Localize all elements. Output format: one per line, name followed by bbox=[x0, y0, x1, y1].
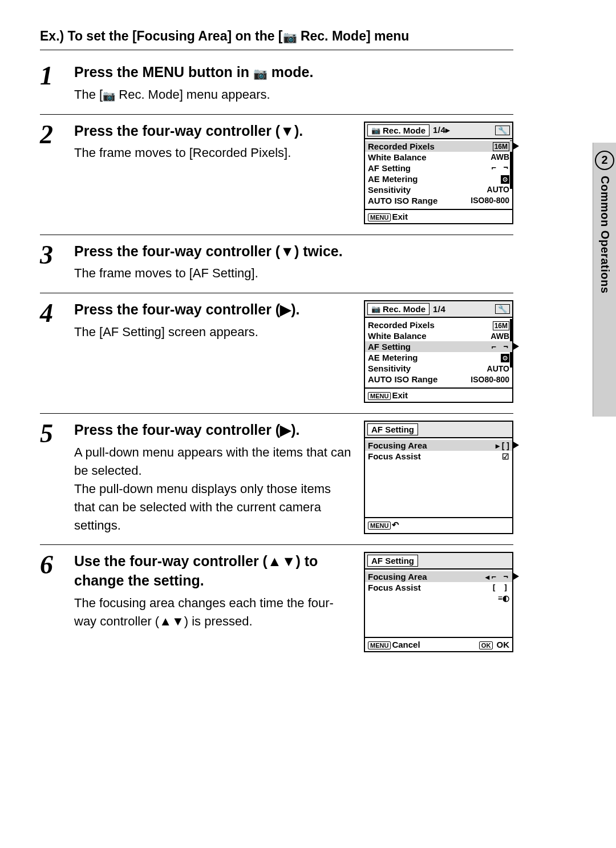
step-5: 5 Press the four-way controller (▶). A p… bbox=[40, 414, 513, 545]
camera-icon: 📷 bbox=[371, 126, 380, 135]
step-text: The focusing area changes each time the … bbox=[74, 594, 352, 631]
chapter-label: Common Operations bbox=[598, 176, 611, 293]
menu-key: MENU bbox=[368, 641, 391, 649]
menu-key: MENU bbox=[368, 392, 391, 400]
menu-row: Focusing Area◂ ⌐ ¬ bbox=[365, 571, 512, 582]
chapter-number: 2 bbox=[595, 151, 614, 170]
step-title: Press the four-way controller (▼) twice. bbox=[74, 242, 513, 261]
camera-icon: 📷 bbox=[371, 305, 380, 313]
menu-row: AE Metering⊙ bbox=[368, 173, 509, 184]
camera-icon: 📷 bbox=[103, 88, 115, 103]
step-title: Press the four-way controller (▶). bbox=[74, 421, 352, 440]
menu-row: White BalanceAWB bbox=[368, 152, 509, 163]
step-number: 1 bbox=[40, 63, 74, 104]
lcd-screen-3: AF Setting Focusing Area▸ [ ]Focus Assis… bbox=[364, 421, 513, 534]
step-number: 6 bbox=[40, 552, 74, 652]
lcd-screen-1: 📷 Rec. Mode 1/4▸ 🔧 Recorded Pixels16MWhi… bbox=[364, 122, 513, 224]
menu-row: Recorded Pixels16M bbox=[365, 141, 512, 152]
ok-key: OK bbox=[479, 641, 493, 649]
menu-row: ≡◐ bbox=[368, 593, 509, 603]
lcd-screen-4: AF Setting Focusing Area◂ ⌐ ¬Focus Assis… bbox=[364, 552, 513, 652]
step-text: The frame moves to [AF Setting]. bbox=[74, 264, 513, 282]
step-title: Press the four-way controller (▼). bbox=[74, 122, 352, 141]
menu-row: SensitivityAUTO bbox=[368, 184, 509, 195]
step-4: 4 Press the four-way controller (▶). The… bbox=[40, 293, 513, 414]
step-2: 2 Press the four-way controller (▼). The… bbox=[40, 115, 513, 235]
step-number: 2 bbox=[40, 122, 74, 224]
menu-key: MENU bbox=[368, 522, 391, 530]
step-title: Press the MENU button in 📷 mode. bbox=[74, 63, 513, 82]
lcd-screen-2: 📷 Rec. Mode 1/4 🔧 Recorded Pixels16MWhit… bbox=[364, 300, 513, 403]
step-text: A pull-down menu appears with the items … bbox=[74, 443, 352, 534]
menu-row: AF Setting⌐ ¬ bbox=[368, 163, 509, 173]
menu-row: White BalanceAWB bbox=[368, 330, 509, 341]
step-3: 3 Press the four-way controller (▼) twic… bbox=[40, 235, 513, 294]
menu-row: Recorded Pixels16M bbox=[368, 320, 509, 330]
step-6: 6 Use the four-way controller (▲▼) to ch… bbox=[40, 545, 513, 663]
menu-row: Focus Assist☑ bbox=[368, 451, 509, 462]
page-content: Ex.) To set the [Focusing Area] on the [… bbox=[0, 0, 548, 691]
menu-row: AF Setting⌐ ¬ bbox=[365, 341, 512, 352]
step-title: Use the four-way controller (▲▼) to chan… bbox=[74, 552, 352, 591]
menu-row: AUTO ISO RangeISO80-800 bbox=[368, 374, 509, 385]
menu-key: MENU bbox=[368, 213, 391, 221]
menu-row: AUTO ISO RangeISO80-800 bbox=[368, 195, 509, 206]
tool-icon: 🔧 bbox=[495, 304, 510, 314]
menu-row: SensitivityAUTO bbox=[368, 363, 509, 374]
camera-icon: 📷 bbox=[253, 66, 268, 82]
camera-icon: 📷 bbox=[283, 30, 297, 44]
step-title: Press the four-way controller (▶). bbox=[74, 300, 352, 320]
menu-row: Focus Assist[ ] bbox=[368, 582, 509, 593]
step-text: The [AF Setting] screen appears. bbox=[74, 323, 352, 341]
back-icon: ↶ bbox=[392, 520, 399, 530]
menu-row: Focusing Area▸ [ ] bbox=[365, 440, 512, 451]
step-text: The frame moves to [Recorded Pixels]. bbox=[74, 144, 352, 162]
step-number: 5 bbox=[40, 421, 74, 534]
step-text: The [📷 Rec. Mode] menu appears. bbox=[74, 86, 513, 104]
menu-row: AE Metering⊙ bbox=[368, 352, 509, 363]
step-number: 3 bbox=[40, 242, 74, 283]
example-heading: Ex.) To set the [Focusing Area] on the [… bbox=[40, 29, 513, 50]
step-number: 4 bbox=[40, 300, 74, 403]
step-1: 1 Press the MENU button in 📷 mode. The [… bbox=[40, 56, 513, 115]
tool-icon: 🔧 bbox=[495, 126, 510, 135]
side-tab: 2 Common Operations bbox=[593, 143, 616, 417]
